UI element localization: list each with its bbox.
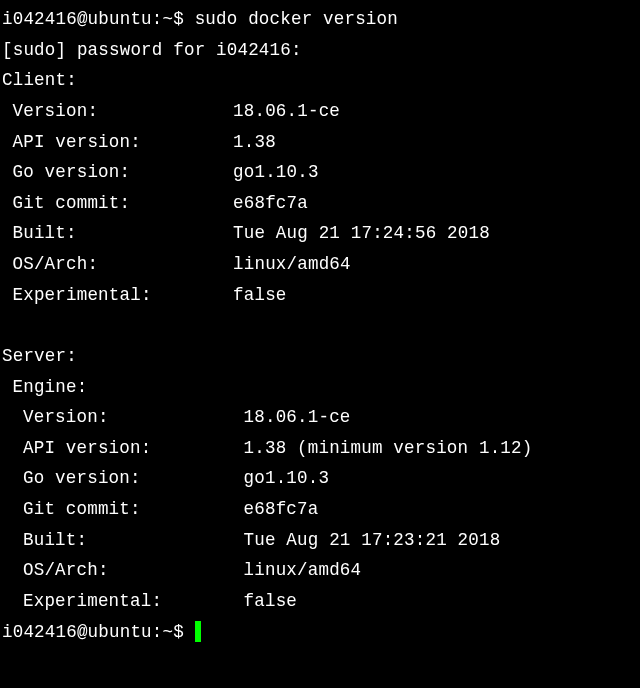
client-row: Version:18.06.1-ce	[2, 96, 640, 127]
client-value: e68fc7a	[233, 188, 308, 219]
client-key: Git commit:	[13, 188, 234, 219]
prompt-line-2[interactable]: i042416@ubuntu:~$	[2, 617, 640, 648]
server-row: Experimental:false	[2, 586, 640, 617]
server-row: API version:1.38 (minimum version 1.12)	[2, 433, 640, 464]
server-key: Git commit:	[23, 494, 244, 525]
engine-header: Engine:	[2, 372, 640, 403]
sudo-password-line: [sudo] password for i042416:	[2, 35, 640, 66]
client-key: Built:	[13, 218, 234, 249]
client-value: false	[233, 280, 287, 311]
client-row: API version:1.38	[2, 127, 640, 158]
server-key: Experimental:	[23, 586, 244, 617]
client-row: Experimental:false	[2, 280, 640, 311]
server-key: OS/Arch:	[23, 555, 244, 586]
server-value: 18.06.1-ce	[244, 402, 351, 433]
server-value: linux/amd64	[244, 555, 362, 586]
server-row: Go version:go1.10.3	[2, 463, 640, 494]
prompt-sigil: $	[173, 622, 194, 642]
prompt-sep: :	[152, 622, 163, 642]
client-key: Experimental:	[13, 280, 234, 311]
server-value: Tue Aug 21 17:23:21 2018	[244, 525, 501, 556]
prompt-path: ~	[163, 622, 174, 642]
client-value: 18.06.1-ce	[233, 96, 340, 127]
server-value: 1.38 (minimum version 1.12)	[244, 433, 533, 464]
prompt-userhost: i042416@ubuntu	[2, 622, 152, 642]
server-value: go1.10.3	[244, 463, 330, 494]
prompt-userhost: i042416@ubuntu	[2, 9, 152, 29]
server-value: false	[244, 586, 298, 617]
server-key: Version:	[23, 402, 244, 433]
server-row: Version:18.06.1-ce	[2, 402, 640, 433]
prompt-path: ~	[163, 9, 174, 29]
server-key: Built:	[23, 525, 244, 556]
client-key: Version:	[13, 96, 234, 127]
server-row: Git commit:e68fc7a	[2, 494, 640, 525]
command-text: sudo docker version	[195, 9, 398, 29]
client-key: OS/Arch:	[13, 249, 234, 280]
client-row: Git commit:e68fc7a	[2, 188, 640, 219]
client-key: Go version:	[13, 157, 234, 188]
prompt-line-1: i042416@ubuntu:~$ sudo docker version	[2, 4, 640, 35]
cursor-block[interactable]	[195, 621, 202, 641]
client-value: Tue Aug 21 17:24:56 2018	[233, 218, 490, 249]
server-key: API version:	[23, 433, 244, 464]
client-value: go1.10.3	[233, 157, 319, 188]
server-row: OS/Arch:linux/amd64	[2, 555, 640, 586]
server-key: Go version:	[23, 463, 244, 494]
client-value: 1.38	[233, 127, 276, 158]
client-value: linux/amd64	[233, 249, 351, 280]
client-row: Go version:go1.10.3	[2, 157, 640, 188]
server-value: e68fc7a	[244, 494, 319, 525]
client-header: Client:	[2, 65, 640, 96]
client-row: Built:Tue Aug 21 17:24:56 2018	[2, 218, 640, 249]
client-key: API version:	[13, 127, 234, 158]
blank-line	[2, 310, 640, 341]
prompt-sigil: $	[173, 9, 194, 29]
client-row: OS/Arch:linux/amd64	[2, 249, 640, 280]
server-row: Built:Tue Aug 21 17:23:21 2018	[2, 525, 640, 556]
server-header: Server:	[2, 341, 640, 372]
prompt-sep: :	[152, 9, 163, 29]
